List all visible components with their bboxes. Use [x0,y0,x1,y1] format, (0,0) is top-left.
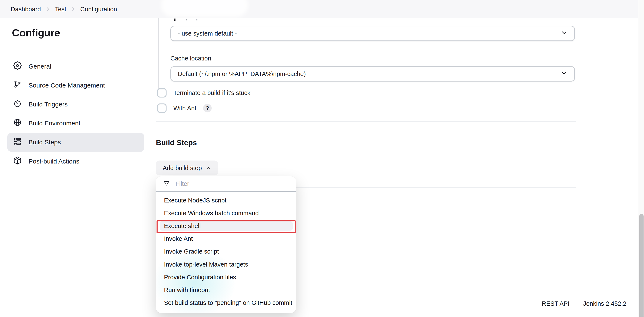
filter-row [156,176,296,191]
jenkins-version-link[interactable]: Jenkins 2.452.2 [583,300,626,307]
help-question-button[interactable]: ? [203,104,212,112]
git-branch-icon [13,80,22,90]
menu-item-invoke-ant[interactable]: Invoke Ant [156,232,296,245]
chevron-down-icon [561,70,568,78]
scrollbar-track[interactable] [638,0,644,317]
jenkins-configure-page: Dashboard Test Configuration Configure G… [0,0,644,317]
terminate-build-checkbox[interactable] [157,88,166,98]
select-value: Default (~/.npm or %APP_DATA%\npm-cache) [178,70,561,78]
filter-separator [156,191,296,192]
add-build-step-button[interactable]: Add build step [156,160,218,176]
globe-icon [13,118,22,128]
breadcrumb-configuration[interactable]: Configuration [80,6,117,13]
tooltip-remnant [161,0,248,17]
menu-item-execute-shell[interactable]: Execute shell [156,220,296,232]
add-build-step-label: Add build step [163,164,202,172]
gear-icon [13,61,22,72]
nesting-rule [158,18,159,92]
menu-item-provide-configuration-files[interactable]: Provide Configuration files [156,271,296,284]
configure-sidebar: General Source Code Management Build Tri… [7,57,144,171]
with-ant-checkbox[interactable] [157,104,166,113]
section-divider [156,121,576,122]
timer-icon [13,99,22,110]
sidebar-item-label: Source Code Management [28,82,105,89]
clipped-label-fragment [186,19,187,20]
sidebar-item-label: General [28,63,51,70]
checkbox-label[interactable]: With Ant [173,105,196,112]
sidebar-item-general[interactable]: General [7,57,144,76]
terminate-build-row: Terminate a build if it's stuck [157,88,250,98]
filter-funnel-icon [163,180,170,187]
page-title: Configure [12,27,60,39]
build-steps-heading: Build Steps [156,138,197,147]
menu-item-execute-nodejs-script[interactable]: Execute NodeJS script [156,194,296,207]
rest-api-link[interactable]: REST API [542,300,570,307]
chevron-right-icon [70,6,76,12]
sidebar-item-label: Post-build Actions [28,158,79,165]
menu-item-invoke-top-level-maven-targets[interactable]: Invoke top-level Maven targets [156,258,296,271]
cache-location-select[interactable]: Default (~/.npm or %APP_DATA%\npm-cache) [170,66,575,82]
build-step-menu: Execute NodeJS script Execute Windows ba… [156,194,296,309]
chevron-right-icon [45,6,51,12]
list-play-icon [13,137,22,147]
sidebar-item-post-build-actions[interactable]: Post-build Actions [7,152,144,171]
with-ant-row: With Ant ? [157,104,212,113]
npm-version-select[interactable]: - use system default - [170,26,575,41]
clipped-label-fragment [174,18,176,21]
sidebar-item-build-environment[interactable]: Build Environment [7,114,144,133]
sidebar-item-label: Build Triggers [28,101,68,108]
cache-location-label: Cache location [170,55,211,62]
breadcrumb: Dashboard Test Configuration [0,0,638,18]
filter-input[interactable] [176,180,278,187]
select-value: - use system default - [178,30,561,37]
checkbox-label[interactable]: Terminate a build if it's stuck [173,90,250,96]
menu-item-set-build-status-pending[interactable]: Set build status to "pending" on GitHub … [156,296,296,309]
menu-item-invoke-gradle-script[interactable]: Invoke Gradle script [156,245,296,258]
sidebar-item-label: Build Steps [28,138,61,146]
sidebar-item-label: Build Environment [28,120,80,127]
chevron-up-icon [206,165,211,171]
menu-item-execute-windows-batch-command[interactable]: Execute Windows batch command [156,207,296,220]
sidebar-item-build-triggers[interactable]: Build Triggers [7,95,144,114]
breadcrumb-dashboard[interactable]: Dashboard [11,6,41,13]
package-icon [13,156,22,166]
menu-item-run-with-timeout[interactable]: Run with timeout [156,284,296,296]
sidebar-item-build-steps[interactable]: Build Steps [7,133,144,152]
breadcrumb-test[interactable]: Test [55,6,66,13]
chevron-down-icon [561,29,568,38]
sidebar-item-source-code-management[interactable]: Source Code Management [7,76,144,95]
clipped-label-fragment [196,19,198,20]
scrollbar-thumb[interactable] [639,214,644,317]
build-step-dropdown: Execute NodeJS script Execute Windows ba… [156,176,296,313]
